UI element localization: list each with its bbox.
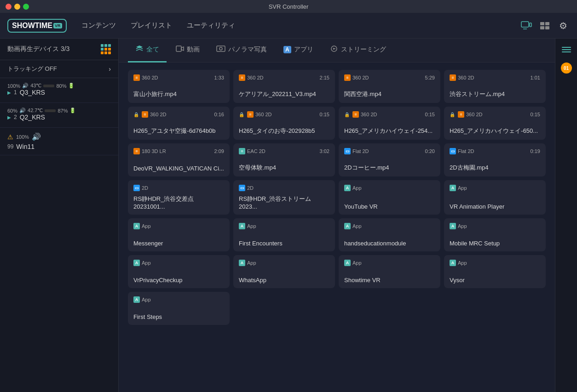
- lock-icon: 🔒: [239, 112, 244, 117]
- content-card-9[interactable]: ≡ EAC 2D 3:02 空母体験.mp4: [233, 143, 335, 176]
- device-num-win: 99: [7, 143, 13, 150]
- tab-panorama[interactable]: パノラマ写真: [209, 39, 274, 62]
- window-controls[interactable]: [6, 4, 29, 10]
- grid-view-icon[interactable]: [101, 44, 111, 54]
- card-tag-icon-5: ≡: [247, 111, 254, 118]
- tab-app-label: アプリ: [294, 45, 313, 54]
- tab-video[interactable]: 動画: [168, 39, 207, 62]
- card-title-7: H265_アメリカハイウェイ-650...: [450, 127, 540, 135]
- card-tag-label-7: 360 2D: [466, 112, 482, 117]
- device-item-q2[interactable]: 60% 🔊 42.7℃ 87% 🔋 ▶ 2 Q2_KRS: [0, 103, 118, 128]
- list-view-icon[interactable]: [538, 19, 551, 32]
- nav-utility[interactable]: ユーティリティ: [187, 21, 235, 30]
- tab-streaming[interactable]: ストリーミング: [323, 39, 393, 62]
- content-card-1[interactable]: ≡ 360 2D 2:15 ケアリアル_202211_V3.mp4: [233, 70, 335, 103]
- device-q3-stats: 100% 🔊 43℃ 80% 🔋: [7, 83, 111, 89]
- content-card-17[interactable]: A App First Encounters: [233, 218, 335, 251]
- logo-vr-badge: VR: [53, 23, 62, 28]
- card-tag-icon-9: ≡: [239, 148, 245, 154]
- content-card-3[interactable]: ≡ 360 2D 1:01 渋谷ストリーム.mp4: [444, 70, 546, 103]
- card-title-9: 空母体験.mp4: [239, 164, 329, 172]
- card-tag-row-19: A App: [450, 223, 467, 229]
- content-card-4[interactable]: 🔒 ≡ 360 2D 0:16 H265_アユタヤ空撮-6d764b0b: [128, 107, 230, 140]
- card-tag-icon-23: A: [450, 260, 456, 266]
- notification-badge[interactable]: 01: [561, 62, 572, 74]
- sidebar: 動画再生デバイス 3/3 トラッキング OFF › 100% 🔊: [0, 39, 119, 392]
- card-tag-label-11: Flat 2D: [458, 148, 474, 154]
- card-tag-icon-13: ▭: [239, 185, 245, 191]
- content-card-7[interactable]: 🔒 ≡ 360 2D 0:15 H265_アメリカハイウェイ-650...: [444, 107, 546, 140]
- card-title-5: H265_タイのお寺-202928b5: [239, 127, 329, 135]
- grid-dot-7: [101, 51, 104, 54]
- video-icon: [176, 45, 184, 54]
- tab-all-label: 全て: [146, 45, 159, 54]
- content-card-6[interactable]: 🔒 ≡ 360 2D 0:15 H265_アメリカハイウェイ-254...: [339, 107, 440, 140]
- content-card-15[interactable]: A App VR Animation Player: [444, 180, 546, 215]
- content-card-23[interactable]: A App Vysor: [444, 255, 546, 288]
- card-tag-row-17: A App: [239, 223, 256, 229]
- card-tag-label-8: 180 3D LR: [142, 148, 166, 154]
- content-card-20[interactable]: A App VrPrivacyCheckup: [128, 255, 230, 288]
- content-card-11[interactable]: ▭ Flat 2D 0:19 2D古梅園.mp4: [444, 143, 546, 176]
- settings-icon[interactable]: ⚙: [557, 19, 570, 32]
- card-tag-row-5: 🔒 ≡ 360 2D: [239, 111, 271, 118]
- tab-app[interactable]: A アプリ: [276, 39, 321, 62]
- card-header-17: A App: [239, 223, 329, 229]
- vol-icon-q2: 🔊: [19, 108, 26, 114]
- minimize-button[interactable]: [14, 4, 20, 10]
- content-card-0[interactable]: ≡ 360 2D 1:33 富山小旅行.mp4: [128, 70, 230, 103]
- card-tag-label-24: App: [142, 297, 151, 302]
- close-button[interactable]: [6, 4, 12, 10]
- card-tag-label-12: 2D: [142, 185, 148, 191]
- card-tag-label-2: 360 2D: [352, 75, 369, 80]
- card-title-4: H265_アユタヤ空撮-6d764b0b: [133, 127, 224, 135]
- content-card-14[interactable]: A App YouTube VR: [339, 180, 440, 215]
- device-num-q2: 2: [14, 114, 17, 120]
- content-card-19[interactable]: A App Mobile MRC Setup: [444, 218, 546, 251]
- grid-dot-6: [108, 48, 111, 51]
- card-tag-row-11: ▭ Flat 2D: [450, 148, 474, 154]
- hline-2: [562, 49, 571, 50]
- card-tag-label-10: Flat 2D: [352, 148, 369, 154]
- maximize-button[interactable]: [23, 4, 29, 10]
- sidebar-header: 動画再生デバイス 3/3: [0, 39, 118, 60]
- tab-all[interactable]: 全て: [128, 39, 167, 62]
- panorama-icon: [216, 45, 225, 54]
- content-card-12[interactable]: ▭ 2D RS静HDR_渋谷交差点20231001...: [128, 180, 230, 215]
- card-tag-row-7: 🔒 ≡ 360 2D: [450, 111, 482, 118]
- card-header-11: ▭ Flat 2D 0:19: [450, 148, 540, 154]
- grid-dot-2: [104, 44, 107, 47]
- content-card-21[interactable]: A App WhatsApp: [233, 255, 335, 288]
- nav-playlist[interactable]: プレイリスト: [131, 21, 172, 30]
- card-title-22: Showtime VR: [344, 277, 435, 284]
- card-tag-row-4: 🔒 ≡ 360 2D: [133, 111, 166, 118]
- device-item-win[interactable]: ⚠ 100% 🔊 99 Win11: [0, 128, 118, 155]
- content-card-5[interactable]: 🔒 ≡ 360 2D 0:15 H265_タイのお寺-202928b5: [233, 107, 335, 140]
- tracking-row[interactable]: トラッキング OFF ›: [0, 60, 118, 78]
- content-card-18[interactable]: A App handseducationmodule: [339, 218, 440, 251]
- content-card-24[interactable]: A App First Steps: [128, 292, 230, 325]
- monitor-icon[interactable]: [520, 19, 533, 32]
- card-duration-11: 0:19: [531, 148, 540, 154]
- warning-icon: ⚠: [7, 133, 13, 141]
- svg-rect-6: [545, 26, 549, 29]
- card-tag-label-13: 2D: [247, 185, 254, 191]
- content-card-10[interactable]: ▭ Flat 2D 0:20 2Dコーヒー.mp4: [339, 143, 440, 176]
- card-tag-icon-11: ▭: [450, 148, 456, 154]
- device-item-q3[interactable]: 100% 🔊 43℃ 80% 🔋 ▶ 1 Q3_KRS: [0, 78, 118, 103]
- content-card-22[interactable]: A App Showtime VR: [339, 255, 440, 288]
- app-icon: A: [283, 46, 291, 53]
- hline-1: [562, 47, 571, 48]
- content-card-16[interactable]: A App Messenger: [128, 218, 230, 251]
- hamburger-menu-icon[interactable]: [559, 42, 574, 57]
- nav-contents[interactable]: コンテンツ: [81, 21, 116, 30]
- tracking-label: トラッキング OFF: [7, 65, 57, 73]
- card-header-20: A App: [133, 260, 224, 266]
- content-card-2[interactable]: ≡ 360 2D 5:29 関西空港.mp4: [339, 70, 440, 103]
- tab-streaming-label: ストリーミング: [341, 45, 386, 54]
- device-name-q2: Q2_KRS: [20, 114, 45, 121]
- content-card-13[interactable]: ▭ 2D RS静HDR_渋谷ストリーム2023...: [233, 180, 335, 215]
- content-card-8[interactable]: ≡ 180 3D LR 2:09 DeoVR_WALKING_VATICAN C…: [128, 143, 230, 176]
- svg-rect-3: [540, 22, 544, 25]
- card-tag-row-0: ≡ 360 2D: [133, 74, 158, 81]
